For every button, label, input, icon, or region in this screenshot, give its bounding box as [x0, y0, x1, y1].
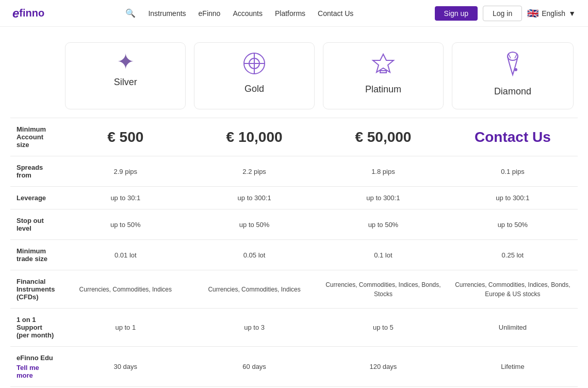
leverage-gold: up to 300:1	[190, 187, 319, 209]
signup-button[interactable]: Sign up	[435, 6, 478, 21]
leverage-diamond: up to 300:1	[448, 187, 578, 209]
stop-out-label: Stop out level	[10, 209, 61, 240]
support-label: 1 on 1 Support (per month)	[10, 309, 61, 347]
leverage-row: Leverage up to 30:1 up to 300:1 up to 30…	[10, 187, 578, 209]
flag-icon: 🇬🇧	[527, 8, 538, 19]
instruments-platinum: Currencies, Commodities, Indices, Bonds,…	[319, 270, 448, 309]
nav-efinno[interactable]: eFinno	[199, 9, 221, 18]
gold-icon	[242, 51, 267, 79]
svg-point-5	[508, 52, 518, 60]
nav-accounts[interactable]: Accounts	[233, 9, 263, 18]
support-gold: up to 3	[190, 309, 319, 347]
support-platinum: up to 5	[319, 309, 448, 347]
silver-min-size: € 500	[107, 129, 143, 145]
nav-contact[interactable]: Contact Us	[318, 9, 353, 18]
main-content: ✦ Silver Gol	[0, 27, 588, 388]
edu-label-cell: eFinno Edu Tell me more	[10, 347, 61, 387]
support-row: 1 on 1 Support (per month) up to 1 up to…	[10, 309, 578, 347]
edu-row: eFinno Edu Tell me more 30 days 60 days …	[10, 347, 578, 387]
spreads-row: Spreads from 2.9 pips 2.2 pips 1.8 pips …	[10, 156, 578, 187]
platinum-instruments: Currencies, Commodities, Indices, Bonds,…	[325, 280, 442, 299]
diamond-instruments: Currencies, Commodities, Indices, Bonds,…	[454, 280, 571, 299]
edu-title: eFinno Edu	[17, 354, 55, 362]
nav-instruments[interactable]: Instruments	[148, 9, 186, 18]
navbar: efinno 🔍 Instruments eFinno Accounts Pla…	[0, 0, 588, 27]
min-account-gold: € 10,000	[190, 118, 319, 156]
min-trade-gold: 0.05 lot	[190, 240, 319, 270]
min-account-silver: € 500	[61, 118, 190, 156]
platinum-name: Platinum	[365, 84, 401, 95]
min-trade-platinum: 0.1 lot	[319, 240, 448, 270]
min-trade-silver: 0.01 lot	[61, 240, 190, 270]
logo[interactable]: efinno	[12, 6, 44, 21]
tell-me-more-link[interactable]: Tell me more	[17, 364, 55, 379]
silver-instruments: Currencies, Commodities, Indices	[67, 285, 184, 294]
stop-out-row: Stop out level up to 50% up to 50% up to…	[10, 209, 578, 240]
silver-icon: ✦	[117, 51, 135, 73]
leverage-label: Leverage	[10, 187, 61, 209]
language-label: English	[542, 9, 565, 18]
header-gold-cell: Gold	[190, 37, 319, 118]
nav-actions: Sign up Log in 🇬🇧 English ▼	[435, 6, 576, 21]
platinum-min-size: € 50,000	[355, 129, 411, 145]
min-account-diamond: Contact Us	[448, 118, 578, 156]
gold-card: Gold	[194, 42, 315, 109]
leverage-silver: up to 30:1	[61, 187, 190, 209]
edu-gold: 60 days	[190, 347, 319, 387]
account-header-row: ✦ Silver Gol	[10, 37, 578, 118]
leverage-platinum: up to 300:1	[319, 187, 448, 209]
gold-min-size: € 10,000	[226, 129, 283, 145]
instruments-gold: Currencies, Commodities, Indices	[190, 270, 319, 309]
svg-rect-4	[380, 71, 386, 73]
accounts-comparison-table: ✦ Silver Gol	[10, 37, 578, 388]
edu-platinum: 120 days	[319, 347, 448, 387]
spreads-label: Spreads from	[10, 156, 61, 187]
silver-card: ✦ Silver	[65, 42, 186, 109]
platinum-card: Platinum	[323, 42, 444, 109]
instruments-row: Financial Instruments (CFDs) Currencies,…	[10, 270, 578, 309]
min-trade-row: Minimum trade size 0.01 lot 0.05 lot 0.1…	[10, 240, 578, 270]
spreads-diamond: 0.1 pips	[448, 156, 578, 187]
diamond-min-size: Contact Us	[475, 129, 551, 145]
diamond-icon	[500, 51, 525, 82]
nav-links: 🔍 Instruments eFinno Accounts Platforms …	[125, 8, 353, 18]
header-platinum-cell: Platinum	[319, 37, 448, 118]
header-empty-cell	[10, 37, 61, 118]
edu-silver: 30 days	[61, 347, 190, 387]
spreads-silver: 2.9 pips	[61, 156, 190, 187]
header-silver-cell: ✦ Silver	[61, 37, 190, 118]
instruments-silver: Currencies, Commodities, Indices	[61, 270, 190, 309]
gold-instruments: Currencies, Commodities, Indices	[196, 285, 313, 294]
diamond-name: Diamond	[494, 86, 531, 97]
gold-name: Gold	[244, 84, 264, 94]
min-trade-diamond: 0.25 lot	[448, 240, 578, 270]
stop-out-gold: up to 50%	[190, 209, 319, 240]
language-selector[interactable]: 🇬🇧 English ▼	[527, 8, 576, 19]
min-account-row: Minimum Account size € 500 € 10,000 € 50…	[10, 118, 578, 156]
spreads-gold: 2.2 pips	[190, 156, 319, 187]
spreads-platinum: 1.8 pips	[319, 156, 448, 187]
platinum-icon	[371, 51, 396, 80]
silver-name: Silver	[114, 77, 137, 88]
nav-platforms[interactable]: Platforms	[275, 9, 305, 18]
stop-out-platinum: up to 50%	[319, 209, 448, 240]
search-button[interactable]: 🔍	[125, 8, 136, 18]
header-diamond-cell: Diamond	[448, 37, 578, 118]
support-diamond: Unlimited	[448, 309, 578, 347]
stop-out-silver: up to 50%	[61, 209, 190, 240]
support-silver: up to 1	[61, 309, 190, 347]
min-trade-label: Minimum trade size	[10, 240, 61, 270]
svg-point-6	[514, 68, 517, 71]
edu-diamond: Lifetime	[448, 347, 578, 387]
login-button[interactable]: Log in	[483, 6, 522, 21]
instruments-label: Financial Instruments (CFDs)	[10, 270, 61, 309]
diamond-card: Diamond	[452, 42, 574, 109]
chevron-down-icon: ▼	[568, 9, 576, 18]
stop-out-diamond: up to 50%	[448, 209, 578, 240]
min-account-label: Minimum Account size	[10, 118, 61, 156]
min-account-platinum: € 50,000	[319, 118, 448, 156]
instruments-diamond: Currencies, Commodities, Indices, Bonds,…	[448, 270, 578, 309]
